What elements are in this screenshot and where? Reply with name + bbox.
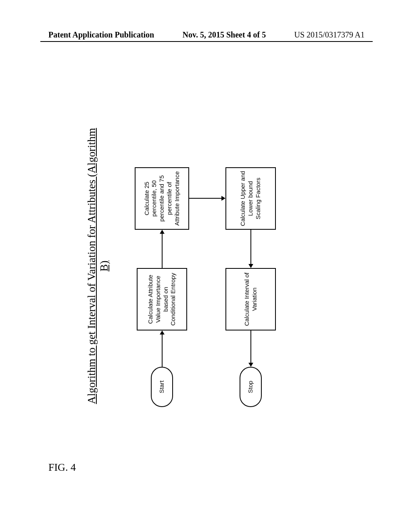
arrow-5 [250, 330, 251, 363]
arrow-4 [250, 230, 251, 264]
arrow-1-head [160, 330, 165, 335]
stop-node: Stop [240, 367, 262, 407]
calc-percentile-label: Calculate 25 percentile, 50 percentile a… [143, 170, 181, 227]
calc-bounds-node: Calculate Upper and Lower bound Scaling … [225, 167, 276, 230]
calc-percentile-node: Calculate 25 percentile, 50 percentile a… [135, 167, 189, 230]
arrow-3 [189, 198, 221, 199]
arrow-1 [162, 335, 163, 367]
diagram-title: Algorithm to get Interval of Variation f… [86, 125, 111, 407]
arrow-5-head [248, 363, 253, 367]
start-label: Start [158, 380, 166, 393]
calc-attribute-label: Calculate Attribute Value Importance bas… [147, 271, 177, 327]
page-header: Patent Application Publication Nov. 5, 2… [0, 30, 413, 39]
figure-label: FIG. 4 [48, 461, 76, 474]
header-divider [40, 41, 373, 42]
arrow-4-head [248, 264, 253, 268]
calc-interval-label: Calculate Interval of Variation [243, 271, 259, 327]
calc-attribute-node: Calculate Attribute Value Importance bas… [137, 268, 187, 330]
arrow-3-head [221, 196, 225, 201]
calc-interval-node: Calculate Interval of Variation [225, 268, 276, 330]
stop-label: Stop [247, 381, 254, 393]
arrow-2 [162, 234, 163, 268]
header-left: Patent Application Publication [48, 30, 154, 39]
flowchart: Start Calculate Attribute Value Importan… [127, 125, 288, 407]
calc-bounds-label: Calculate Upper and Lower bound Scaling … [239, 170, 262, 227]
header-right: US 2015/0317379 A1 [294, 30, 365, 39]
header-center: Nov. 5, 2015 Sheet 4 of 5 [183, 30, 266, 39]
start-node: Start [151, 367, 173, 407]
arrow-2-head [160, 230, 165, 234]
flowchart-diagram: Algorithm to get Interval of Variation f… [86, 125, 327, 407]
